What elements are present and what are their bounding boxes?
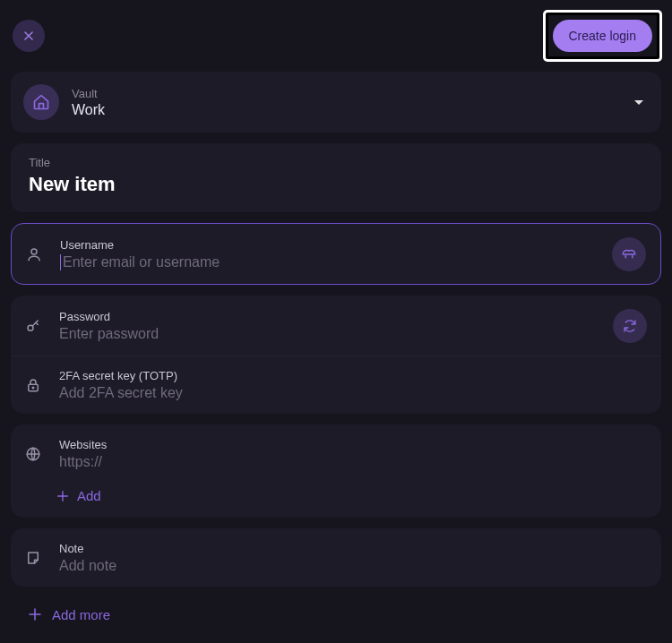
vault-card: Vault Work (11, 72, 661, 133)
credentials-card: Username (11, 223, 661, 285)
password-totp-card: Password 2FA secre (11, 296, 661, 414)
svg-point-2 (31, 249, 37, 254)
note-placeholder: Add note (59, 558, 647, 574)
plus-icon (56, 489, 70, 503)
text-cursor (60, 254, 61, 270)
close-button[interactable] (13, 20, 45, 52)
totp-placeholder: Add 2FA secret key (59, 385, 647, 401)
note-label: Note (59, 542, 647, 555)
totp-label: 2FA secret key (TOTP) (59, 369, 647, 382)
globe-icon (25, 446, 41, 462)
username-row: Username (12, 224, 660, 284)
note-card: Note Add note (11, 528, 661, 587)
refresh-icon (623, 319, 637, 333)
password-input[interactable] (59, 326, 606, 342)
lock-icon (25, 377, 41, 393)
alias-icon (621, 246, 637, 262)
password-row: Password (11, 296, 661, 356)
vault-icon-container (23, 84, 59, 120)
add-more-button[interactable]: Add more (11, 597, 661, 631)
note-row[interactable]: Note Add note (11, 528, 661, 587)
chevron-down-icon (634, 100, 643, 105)
website-row: Websites (11, 424, 661, 483)
generate-alias-button[interactable] (612, 237, 646, 271)
add-website-button[interactable]: Add (11, 483, 661, 518)
home-icon (32, 93, 50, 111)
close-icon (22, 30, 35, 42)
website-input[interactable] (59, 454, 647, 470)
vault-value: Work (72, 102, 634, 118)
title-label: Title (29, 156, 643, 169)
add-more-label: Add more (52, 607, 110, 622)
key-icon (25, 318, 41, 334)
vault-selector[interactable]: Vault Work (11, 72, 661, 133)
websites-label: Websites (59, 438, 647, 451)
websites-card: Websites Add (11, 424, 661, 518)
title-input[interactable]: New item (29, 173, 643, 196)
create-login-highlight: Create login (546, 13, 660, 59)
username-label: Username (60, 238, 605, 252)
username-input[interactable] (63, 254, 605, 270)
note-icon (25, 550, 41, 566)
totp-row[interactable]: 2FA secret key (TOTP) Add 2FA secret key (11, 356, 661, 414)
password-label: Password (59, 310, 606, 323)
svg-point-5 (32, 387, 34, 389)
add-website-label: Add (77, 488, 101, 503)
plus-icon (27, 606, 43, 622)
user-icon (26, 246, 42, 262)
generate-password-button[interactable] (613, 309, 647, 343)
vault-label: Vault (72, 87, 634, 100)
create-login-button[interactable]: Create login (553, 20, 653, 52)
title-card: Title New item (11, 143, 661, 212)
